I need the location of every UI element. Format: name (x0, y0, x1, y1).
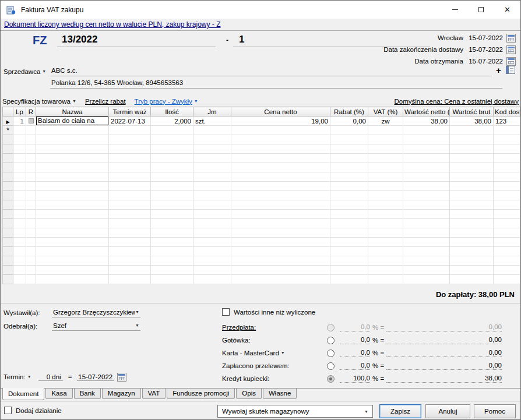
prepayment-percent-field[interactable]: 0,0 (340, 323, 370, 331)
col-wartosc-netto[interactable]: Wartość netto ( (403, 107, 450, 117)
cell-wartosc-brutto[interactable]: 38,00 (450, 117, 494, 126)
cell-lp[interactable]: 1 (13, 117, 26, 126)
amount-due-label: Do zapłaty: (436, 290, 476, 299)
issue-date-field[interactable]: 15-07-2022 (467, 34, 503, 41)
document-symbol: FZ (33, 34, 47, 47)
specification-selector[interactable]: Specyfikacja towarowa▼ (2, 98, 76, 105)
term-days-field[interactable]: 0 dni (38, 373, 63, 381)
col-r[interactable]: R (26, 107, 36, 117)
term-selector[interactable]: Termin:▼ (3, 373, 31, 380)
col-wartosc-brutto[interactable]: Wartość brut (450, 107, 494, 117)
card-amount-field[interactable]: 0,00 (386, 349, 502, 357)
cell-wartosc-netto[interactable]: 38,00 (403, 117, 450, 126)
chevron-down-icon: ▼ (135, 323, 139, 327)
transfer-label: Zapłacono przelewem: (222, 362, 327, 369)
maximize-button[interactable] (468, 1, 494, 19)
card-combo[interactable]: Karta - MasterCard▼ (222, 350, 327, 357)
tab-opis[interactable]: Opis (236, 389, 262, 399)
tab-kasa[interactable]: Kasa (45, 389, 72, 399)
credit-percent-field[interactable]: 100,0 (340, 375, 370, 383)
empty-row (3, 154, 520, 163)
minimize-button[interactable] (442, 1, 468, 19)
calendar-icon[interactable] (506, 57, 516, 66)
empty-row (3, 228, 520, 238)
cell-rabat[interactable]: 0,00 (330, 117, 368, 126)
close-button[interactable]: ✕ (494, 1, 520, 19)
cell-vat[interactable]: zw (368, 117, 403, 126)
col-nazwa[interactable]: Nazwa (36, 107, 109, 117)
tab-fundusze-promocji[interactable]: Fundusze promocji (167, 389, 235, 399)
credit-radio[interactable] (327, 375, 335, 383)
empty-row (3, 200, 520, 210)
window-title: Faktura VAT zakupu (21, 6, 83, 14)
seller-selector[interactable]: Sprzedawca▼ (3, 68, 46, 75)
cancel-button[interactable]: Anuluj (425, 404, 470, 418)
cell-kod-dostawy[interactable]: 123 (494, 117, 520, 126)
warehouse-effect-combo[interactable]: Wywołaj skutek magazynowy ▼ (217, 405, 373, 418)
credit-amount-field[interactable]: 38,00 (386, 375, 502, 383)
document-number-field[interactable]: 13/2022 (57, 32, 216, 47)
tab-wlasne[interactable]: Własne (263, 389, 297, 399)
add-action-option[interactable]: Dodaj działanie (4, 407, 62, 414)
prepayment-radio[interactable] (327, 324, 335, 331)
work-mode-selector[interactable]: Tryb pracy - Zwykły▼ (135, 98, 198, 105)
tab-bank[interactable]: Bank (74, 389, 101, 399)
document-mode-link[interactable]: Dokument liczony według cen netto w walu… (4, 20, 221, 29)
cell-reservation[interactable] (26, 117, 36, 126)
item-name-editor[interactable]: Balsam do ciała na (36, 117, 108, 125)
default-price-link[interactable]: Domyślna cena: Cena z ostatniej dostawy (395, 98, 519, 105)
col-cena-netto[interactable]: Cena netto (231, 107, 330, 117)
tab-dokument[interactable]: Dokument (2, 388, 44, 400)
col-vat[interactable]: VAT (%) (368, 107, 403, 117)
col-kod-dostawy[interactable]: Kod dostaw (494, 107, 520, 117)
other-values-checkbox[interactable] (222, 308, 230, 316)
seller-address-field[interactable]: Polanka 12/6, 54-365 Wrocław, 8945653563 (50, 78, 502, 89)
save-button[interactable]: Zapisz (379, 404, 421, 418)
cash-label: Gotówka: (222, 337, 327, 344)
delivery-end-date-field[interactable]: 15-07-2022 (467, 46, 503, 53)
term-date-field[interactable]: 15-07-2022 (77, 373, 114, 381)
city-field[interactable]: Wrocław (438, 34, 463, 41)
prepayment-link[interactable]: Przedpłata: (222, 324, 327, 331)
recalc-discount-link[interactable]: Przelicz rabat (85, 98, 126, 105)
calendar-icon[interactable] (506, 45, 516, 54)
issuer-combo[interactable]: Grzegorz Brzęczyszczykiewic ▼ (52, 307, 140, 317)
prepayment-amount-field[interactable]: 0,00 (386, 323, 502, 331)
col-rabat[interactable]: Rabat (%) (330, 107, 368, 117)
tab-vat[interactable]: VAT (142, 389, 166, 399)
new-item-row[interactable]: * (3, 126, 520, 135)
tab-magazyn[interactable]: Magazyn (102, 389, 141, 399)
cash-amount-field[interactable]: 0,00 (386, 336, 502, 344)
receive-date-field[interactable]: 15-07-2022 (467, 58, 503, 65)
cell-termin[interactable]: 2022-07-13 (109, 117, 151, 126)
amount-due-value: 38,00 PLN (478, 290, 515, 299)
cell-ilosc[interactable]: 2,000 (151, 117, 193, 126)
other-values-option[interactable]: Wartości inne niż wyliczone (222, 308, 315, 316)
calendar-icon[interactable] (117, 373, 126, 382)
empty-row (3, 247, 520, 256)
cell-cena-netto[interactable]: 19,00 (231, 117, 330, 126)
col-lp[interactable]: Lp (13, 107, 26, 117)
transfer-percent-field[interactable]: 0,0 (340, 362, 370, 370)
col-termin[interactable]: Termin waż (109, 107, 151, 117)
number-separator: - (226, 36, 228, 44)
col-jm[interactable]: Jm (193, 107, 231, 117)
calendar-icon[interactable] (506, 34, 516, 43)
term-equals: = (68, 373, 72, 380)
transfer-amount-field[interactable]: 0,00 (386, 362, 502, 370)
add-contractor-button[interactable]: + (496, 65, 501, 75)
seller-name-field[interactable]: ABC s.c. (50, 66, 492, 76)
cash-radio[interactable] (327, 337, 335, 344)
receiver-combo[interactable]: Szef ▼ (52, 320, 140, 331)
minimize-icon (452, 9, 458, 10)
cell-jm[interactable]: szt. (193, 117, 231, 126)
chevron-down-icon: ▼ (364, 410, 368, 414)
transfer-radio[interactable] (327, 362, 335, 370)
col-ilosc[interactable]: Ilość (151, 107, 193, 117)
card-radio[interactable] (327, 350, 335, 357)
add-action-checkbox[interactable] (4, 407, 12, 414)
cash-percent-field[interactable]: 0,0 (340, 336, 370, 344)
help-button[interactable]: Pomoc (474, 404, 516, 418)
contractor-catalog-icon[interactable] (506, 66, 515, 74)
card-percent-field[interactable]: 0,0 (340, 349, 370, 357)
